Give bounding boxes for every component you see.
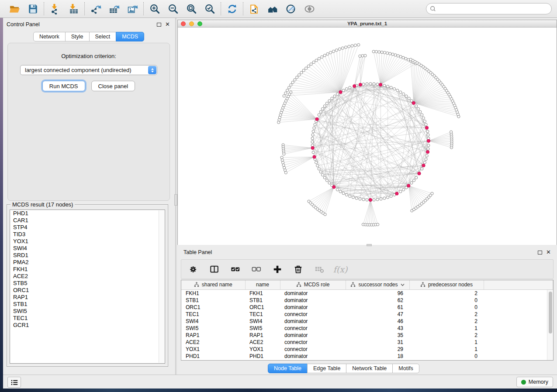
- close-table-panel-icon[interactable]: ✕: [546, 250, 551, 254]
- window-minimize-button[interactable]: [189, 21, 194, 26]
- table-cell: PHD1: [181, 353, 245, 360]
- delete-column-icon[interactable]: [293, 264, 304, 275]
- zoom-fit-icon[interactable]: [186, 3, 197, 14]
- node-table-grid: shared namenameMCDS rolesuccessor nodesp…: [181, 280, 553, 360]
- import-table-icon[interactable]: [68, 3, 79, 14]
- result-list-scrollbar[interactable]: [159, 210, 164, 363]
- float-table-panel-icon[interactable]: [538, 251, 542, 254]
- float-panel-icon[interactable]: [157, 23, 161, 27]
- task-history-button[interactable]: [7, 377, 21, 388]
- table-scrollbar[interactable]: [547, 290, 553, 360]
- table-cell: 29: [346, 346, 409, 353]
- table-cell: SWI5: [181, 325, 245, 332]
- refresh-layout-icon[interactable]: [226, 3, 238, 14]
- column-header-shared-name[interactable]: shared name: [181, 280, 245, 289]
- optimization-criterion-select[interactable]: largest connected component (undirected): [20, 65, 157, 75]
- table-scrollbar-thumb[interactable]: [549, 292, 552, 334]
- tab-motifs[interactable]: Motifs: [392, 364, 419, 373]
- attribute-type-icon: [350, 282, 356, 287]
- mcds-result-node[interactable]: SWI5: [10, 308, 165, 315]
- table-cell: 0: [409, 304, 484, 311]
- tab-style[interactable]: Style: [65, 32, 90, 41]
- table-row[interactable]: ORC1ORC1dominator610: [181, 304, 553, 311]
- column-header-MCDS-role[interactable]: MCDS role: [280, 280, 346, 289]
- table-cell: 46: [346, 318, 409, 325]
- export-image-icon[interactable]: [127, 3, 138, 14]
- visual-properties-icon[interactable]: [285, 3, 297, 14]
- table-row[interactable]: SWI4SWI4dominator462: [181, 318, 553, 325]
- table-row[interactable]: ACE2ACE2connector311: [181, 339, 553, 346]
- window-zoom-button[interactable]: [197, 21, 202, 26]
- mcds-result-node[interactable]: PHD1: [10, 210, 165, 217]
- tab-mcds[interactable]: MCDS: [116, 32, 144, 41]
- horizontal-splitter-handle[interactable]: [367, 244, 372, 246]
- zoom-selected-icon[interactable]: [204, 3, 215, 14]
- table-row[interactable]: PHD1PHD1dominator180: [181, 353, 553, 360]
- vertical-splitter[interactable]: [174, 18, 177, 375]
- mcds-result-node[interactable]: STB1: [10, 301, 165, 308]
- table-settings-icon[interactable]: [188, 264, 199, 275]
- zoom-in-icon[interactable]: [149, 3, 160, 14]
- window-close-button[interactable]: [181, 21, 186, 26]
- select-all-icon[interactable]: [230, 264, 241, 275]
- open-file-icon[interactable]: [9, 3, 20, 14]
- search-box[interactable]: [426, 3, 552, 14]
- tab-network[interactable]: Network: [33, 32, 66, 41]
- mcds-result-node[interactable]: FKH1: [10, 266, 165, 273]
- column-header-predecessor-nodes[interactable]: predecessor nodes: [409, 280, 484, 289]
- mcds-result-node[interactable]: SWI4: [10, 245, 165, 252]
- add-column-icon[interactable]: [272, 264, 283, 275]
- save-session-icon[interactable]: [27, 3, 38, 14]
- mcds-result-node[interactable]: ORC1: [10, 287, 165, 294]
- column-header-name[interactable]: name: [245, 280, 280, 289]
- search-input[interactable]: [438, 4, 551, 13]
- tab-node-table[interactable]: Node Table: [268, 364, 308, 373]
- mcds-result-list[interactable]: PHD1CAR1STP4TID3YOX1SWI4SRD1PMA2FKH1ACE2…: [10, 210, 165, 364]
- control-panel-header: Control Panel ✕: [3, 18, 174, 28]
- delete-table-icon: [314, 264, 325, 275]
- close-panel-icon[interactable]: ✕: [165, 22, 170, 27]
- table-row[interactable]: YOX1YOX1connector291: [181, 346, 553, 353]
- mcds-result-node[interactable]: STB5: [10, 280, 165, 287]
- table-cell: TEC1: [181, 311, 245, 318]
- memory-button[interactable]: Memory: [516, 377, 553, 387]
- tab-select[interactable]: Select: [89, 32, 117, 41]
- function-builder-icon: f(x): [335, 264, 346, 275]
- mcds-result-node[interactable]: PMA2: [10, 259, 165, 266]
- mcds-result-node[interactable]: CAR1: [10, 217, 165, 224]
- splitter-handle[interactable]: [174, 194, 177, 206]
- mcds-result-node[interactable]: SRD1: [10, 252, 165, 259]
- network-window-title: YPA_prune.txt_1: [178, 20, 557, 28]
- mcds-result-node[interactable]: GCR1: [10, 322, 165, 329]
- mcds-result-node[interactable]: ACE2: [10, 273, 165, 280]
- tab-network-table[interactable]: Network Table: [346, 364, 393, 373]
- table-row[interactable]: FKH1FKH1dominator962: [181, 289, 553, 297]
- mcds-result-node[interactable]: TID3: [10, 231, 165, 238]
- table-row[interactable]: SWI5SWI5connector431: [181, 325, 553, 332]
- deselect-all-icon[interactable]: [251, 264, 262, 275]
- network-window: YPA_prune.txt_1: [177, 20, 557, 245]
- table-row[interactable]: RAP1RAP1dominator352: [181, 332, 553, 339]
- close-panel-button[interactable]: Close panel: [91, 81, 135, 91]
- column-header-successor-nodes[interactable]: successor nodes: [346, 280, 409, 289]
- mcds-result-node[interactable]: YOX1: [10, 238, 165, 245]
- network-canvas[interactable]: [178, 28, 557, 245]
- table-row[interactable]: TEC1TEC1connector472: [181, 311, 553, 318]
- network-graph[interactable]: [178, 28, 557, 245]
- export-network-icon[interactable]: [90, 3, 101, 14]
- mcds-result-node[interactable]: TEC1: [10, 315, 165, 322]
- zoom-out-icon[interactable]: [167, 3, 179, 14]
- export-table-icon[interactable]: [108, 3, 120, 14]
- network-window-titlebar[interactable]: YPA_prune.txt_1: [178, 20, 557, 28]
- share-network-file-icon[interactable]: [249, 3, 260, 14]
- mcds-result-node[interactable]: STP4: [10, 224, 165, 231]
- table-cell: dominator: [280, 353, 346, 360]
- run-mcds-button[interactable]: Run MCDS: [42, 81, 85, 91]
- mcds-result-node[interactable]: RAP1: [10, 294, 165, 301]
- first-neighbors-icon[interactable]: [267, 3, 278, 14]
- table-cell: 96: [346, 289, 409, 297]
- table-row[interactable]: STB1STB1dominator620: [181, 297, 553, 304]
- tab-edge-table[interactable]: Edge Table: [307, 364, 346, 373]
- import-network-icon[interactable]: [49, 3, 61, 14]
- toggle-columns-icon[interactable]: [209, 264, 220, 275]
